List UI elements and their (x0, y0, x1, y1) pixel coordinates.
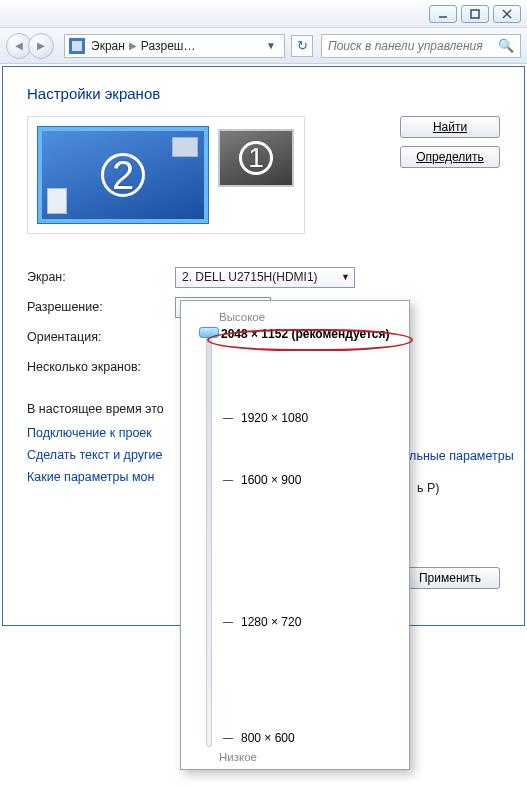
nav-back-forward: ◄ ► (6, 33, 54, 59)
window-thumb-icon (172, 137, 198, 157)
monitor-1[interactable]: 1 (218, 129, 294, 187)
slider-low-label: Низкое (219, 751, 397, 763)
search-input[interactable] (328, 39, 498, 53)
svg-rect-1 (471, 10, 479, 18)
breadcrumb[interactable]: Экран ▶ Разреш… ▼ (64, 34, 285, 58)
breadcrumb-item[interactable]: Разреш… (141, 39, 196, 53)
projector-shortcut-hint: ь P) (417, 481, 440, 495)
monitor-2[interactable]: 2 (38, 127, 208, 223)
resolution-option[interactable]: 1280 × 720 (223, 615, 301, 629)
page-title: Настройки экранов (27, 85, 500, 102)
resolution-slider-thumb[interactable] (199, 327, 219, 338)
orientation-label: Ориентация: (27, 330, 175, 344)
resolution-option[interactable]: 1600 × 900 (223, 473, 301, 487)
find-button[interactable]: Найти (400, 116, 500, 138)
resolution-option[interactable]: 800 × 600 (223, 731, 295, 745)
window-titlebar (0, 0, 527, 28)
window-thumb-icon (47, 188, 67, 214)
chevron-down-icon: ▼ (341, 272, 350, 282)
refresh-button[interactable]: ↻ (291, 35, 313, 57)
monitor-arrangement[interactable]: 2 1 (27, 116, 305, 234)
nav-bar: ◄ ► Экран ▶ Разреш… ▼ ↻ 🔍 (0, 28, 527, 64)
screen-combo[interactable]: 2. DELL U2715H(HDMI1)▼ (175, 267, 355, 288)
multi-screen-label: Несколько экранов: (27, 360, 175, 374)
chevron-down-icon[interactable]: ▼ (262, 40, 280, 51)
search-icon[interactable]: 🔍 (498, 38, 514, 53)
resolution-option[interactable]: 1920 × 1080 (223, 411, 308, 425)
minimize-button[interactable] (429, 5, 457, 23)
close-button[interactable] (493, 5, 521, 23)
chevron-right-icon: ▶ (129, 40, 137, 51)
apply-button[interactable]: Применить (400, 567, 500, 589)
breadcrumb-item[interactable]: Экран (91, 39, 125, 53)
resolution-option-recommended[interactable]: 2048 × 1152 (рекомендуется) (221, 327, 389, 341)
screen-label: Экран: (27, 270, 175, 284)
nav-forward-button[interactable]: ► (28, 33, 54, 59)
resolution-slider-popup: Высокое 2048 × 1152 (рекомендуется) 1920… (180, 300, 410, 770)
resolution-label: Разрешение: (27, 300, 175, 314)
maximize-button[interactable] (461, 5, 489, 23)
control-panel-icon (69, 38, 85, 54)
detect-button[interactable]: Определить (400, 146, 500, 168)
resolution-slider-track[interactable] (195, 327, 223, 747)
link-advanced-params[interactable]: тельные параметры (397, 449, 514, 463)
search-box[interactable]: 🔍 (321, 34, 521, 58)
slider-high-label: Высокое (219, 311, 397, 323)
